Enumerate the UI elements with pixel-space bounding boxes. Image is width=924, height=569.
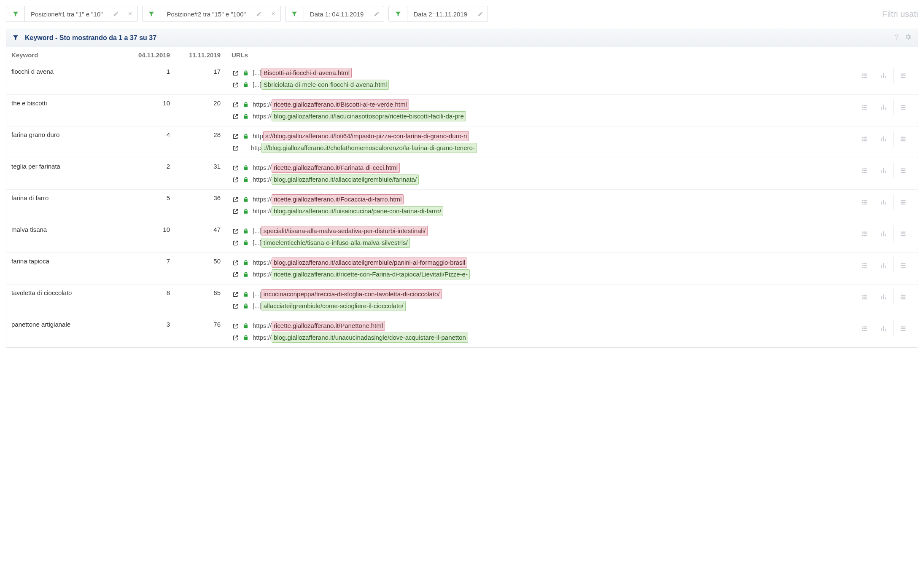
actions-cell <box>849 316 918 347</box>
action-list-button[interactable] <box>893 162 913 178</box>
action-details-button[interactable] <box>854 162 874 178</box>
external-link-icon[interactable] <box>232 113 239 120</box>
url-line: https://blog.giallozafferano.it/luisainc… <box>232 206 844 217</box>
keyword-cell[interactable]: panettone artigianale <box>6 316 124 347</box>
table-row: tavoletta di cioccolato865 [...]incucina… <box>6 284 918 316</box>
external-link-icon[interactable] <box>232 239 239 247</box>
external-link-icon[interactable] <box>232 334 239 341</box>
action-list-button[interactable] <box>893 257 913 273</box>
action-details-button[interactable] <box>854 320 874 336</box>
funnel-icon[interactable] <box>12 34 19 42</box>
col-keyword-header[interactable]: Keyword <box>6 47 124 63</box>
action-chart-button[interactable] <box>874 67 893 83</box>
position-1-cell: 5 <box>124 190 175 221</box>
url-highlight[interactable]: Biscotti-ai-fiocchi-d-avena.html <box>261 68 352 78</box>
external-link-icon[interactable] <box>232 101 239 108</box>
edit-filter-button[interactable] <box>369 6 384 21</box>
keyword-panel: Keyword - Sto mostrando da 1 a 37 su 37 … <box>6 29 918 348</box>
col-date1-header[interactable]: 04.11.2019 <box>124 47 175 63</box>
action-list-button[interactable] <box>893 99 913 115</box>
external-link-icon[interactable] <box>232 144 239 152</box>
url-highlight[interactable]: blog.giallozafferano.it/unacucinadasingl… <box>272 333 468 343</box>
url-highlight[interactable]: Sbriciolata-di-mele-con-fiocchi-d-avena.… <box>261 80 389 90</box>
action-details-button[interactable] <box>854 225 874 242</box>
action-chart-button[interactable] <box>874 225 893 242</box>
action-list-button[interactable] <box>893 225 913 242</box>
lock-icon <box>242 164 250 172</box>
external-link-icon[interactable] <box>232 132 239 140</box>
action-list-button[interactable] <box>893 194 913 210</box>
keyword-cell[interactable]: the e biscotti <box>6 95 124 126</box>
edit-filter-button[interactable] <box>109 6 123 21</box>
url-highlight[interactable]: s://blog.giallozafferano.it/loti64/impas… <box>263 131 469 141</box>
action-chart-button[interactable] <box>874 194 893 210</box>
external-link-icon[interactable] <box>232 69 239 77</box>
external-link-icon[interactable] <box>232 196 239 203</box>
action-details-button[interactable] <box>854 289 874 305</box>
url-highlight[interactable]: ://blog.giallozafferano.it/chefathomemos… <box>261 143 477 153</box>
action-chart-button[interactable] <box>874 320 893 336</box>
gear-icon[interactable] <box>905 33 912 43</box>
url-highlight[interactable]: ricette.giallozafferano.it/Panettone.htm… <box>272 321 385 331</box>
url-highlight[interactable]: ricette.giallozafferano.it/Biscotti-al-t… <box>272 99 409 110</box>
url-highlight[interactable]: specialit/tisana-alla-malva-sedativa-per… <box>261 226 428 236</box>
remove-filter-button[interactable]: × <box>123 6 137 21</box>
keyword-cell[interactable]: fiocchi d avena <box>6 63 124 94</box>
url-highlight[interactable]: blog.giallozafferano.it/lacucinasottosop… <box>272 111 466 121</box>
url-highlight[interactable]: incucinaconpeppa/treccia-di-sfoglia-con-… <box>261 289 442 299</box>
remove-filter-button[interactable]: × <box>266 6 280 21</box>
position-1-cell: 2 <box>124 158 175 189</box>
external-link-icon[interactable] <box>232 259 239 266</box>
external-link-icon[interactable] <box>232 322 239 330</box>
keyword-cell[interactable]: malva tisana <box>6 221 124 252</box>
external-link-icon[interactable] <box>232 207 239 215</box>
action-chart-button[interactable] <box>874 131 893 147</box>
actions-cell <box>849 284 918 316</box>
action-chart-button[interactable] <box>874 99 893 115</box>
action-list-button[interactable] <box>893 289 913 305</box>
url-highlight[interactable]: ricette.giallozafferano.it/ricette-con-F… <box>272 269 470 279</box>
keyword-cell[interactable]: teglia per farinata <box>6 158 124 189</box>
url-highlight[interactable]: blog.giallozafferano.it/allacciateilgrem… <box>272 174 419 185</box>
external-link-icon[interactable] <box>232 302 239 310</box>
edit-filter-button[interactable] <box>252 6 266 21</box>
external-link-icon[interactable] <box>232 176 239 183</box>
help-icon[interactable]: ? <box>895 33 899 43</box>
url-highlight[interactable]: timoelenticchie/tisana-o-infuso-alla-mal… <box>261 238 410 248</box>
action-details-button[interactable] <box>854 67 874 83</box>
action-details-button[interactable] <box>854 257 874 273</box>
external-link-icon[interactable] <box>232 227 239 235</box>
url-highlight[interactable]: allacciateilgrembiule/come-sciogliere-il… <box>261 301 406 311</box>
urls-cell: https://blog.giallozafferano.it/loti64/i… <box>226 126 849 158</box>
external-link-icon[interactable] <box>232 81 239 89</box>
url-highlight[interactable]: blog.giallozafferano.it/allacciateilgrem… <box>272 258 467 268</box>
lock-icon <box>242 334 250 341</box>
action-chart-button[interactable] <box>874 257 893 273</box>
external-link-icon[interactable] <box>232 290 239 298</box>
lock-icon <box>242 132 250 140</box>
action-list-button[interactable] <box>893 67 913 83</box>
external-link-icon[interactable] <box>232 271 239 278</box>
keyword-cell[interactable]: farina di farro <box>6 190 124 221</box>
url-ellipsis: [...] <box>253 301 261 311</box>
keyword-cell[interactable]: farina tapioca <box>6 253 124 284</box>
action-list-button[interactable] <box>893 320 913 336</box>
edit-filter-button[interactable] <box>473 6 488 21</box>
keyword-cell[interactable]: tavoletta di cioccolato <box>6 284 124 316</box>
action-chart-button[interactable] <box>874 289 893 305</box>
filter-chip: Posizione#2 tra "15" e "100" × <box>142 6 281 22</box>
action-details-button[interactable] <box>854 131 874 147</box>
url-line: https://blog.giallozafferano.it/loti64/i… <box>232 131 844 142</box>
keyword-cell[interactable]: farina grano duro <box>6 126 124 158</box>
action-details-button[interactable] <box>854 194 874 210</box>
action-list-button[interactable] <box>893 131 913 147</box>
url-highlight[interactable]: blog.giallozafferano.it/luisaincucina/pa… <box>272 206 443 216</box>
action-chart-button[interactable] <box>874 162 893 178</box>
url-highlight[interactable]: ricette.giallozafferano.it/Farinata-di-c… <box>272 163 400 173</box>
col-urls-header[interactable]: URLs <box>226 47 854 63</box>
url-highlight[interactable]: ricette.giallozafferano.it/Focaccia-di-f… <box>272 194 404 204</box>
external-link-icon[interactable] <box>232 164 239 172</box>
action-details-button[interactable] <box>854 99 874 115</box>
lock-icon <box>242 207 250 215</box>
col-date2-header[interactable]: 11.11.2019 <box>175 47 226 63</box>
